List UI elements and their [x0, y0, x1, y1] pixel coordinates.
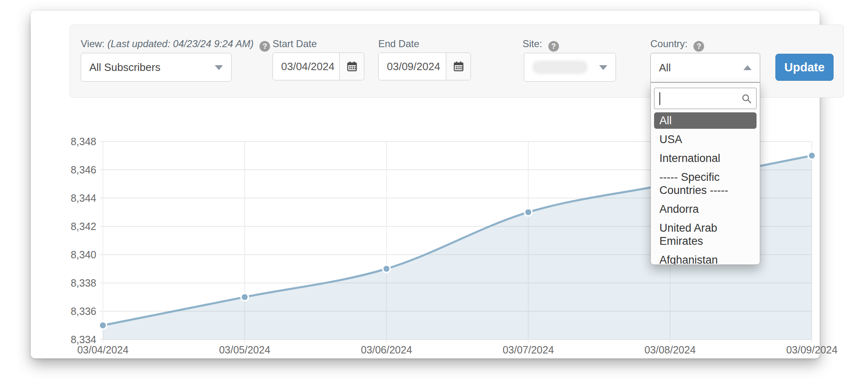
- main-card: 8,3348,3368,3388,3408,3428,3448,3468,348…: [31, 11, 820, 358]
- view-label-text: View:: [81, 38, 105, 49]
- country-dropdown-panel: AllUSAInternational----- Specific Countr…: [650, 82, 760, 265]
- dashboard-screen: 8,3348,3368,3388,3408,3428,3448,3468,348…: [0, 0, 868, 392]
- country-search-input[interactable]: [654, 88, 757, 109]
- end-date-input[interactable]: 03/09/2024: [379, 53, 446, 80]
- y-tick-label: 8,334: [70, 334, 96, 345]
- country-select[interactable]: All: [650, 53, 760, 82]
- start-date-label: Start Date: [273, 38, 317, 50]
- site-label-text: Site:: [523, 38, 542, 49]
- last-updated-text: (Last updated: 04/23/24 9:24 AM): [107, 38, 254, 49]
- search-icon: [741, 93, 752, 104]
- view-select[interactable]: All Subscribers: [81, 53, 232, 82]
- y-tick-label: 8,348: [70, 136, 96, 147]
- calendar-icon: [453, 61, 464, 72]
- x-tick-label: 03/08/2024: [644, 344, 695, 356]
- chevron-down-icon: [215, 65, 223, 70]
- redacted-site-value: [532, 61, 588, 74]
- y-tick-label: 8,342: [70, 221, 96, 232]
- country-option[interactable]: Afghanistan: [654, 252, 757, 265]
- x-tick-label: 03/04/2024: [77, 344, 128, 356]
- country-option[interactable]: United Arab Emirates: [654, 220, 757, 249]
- country-option[interactable]: All: [654, 112, 757, 129]
- calendar-icon: [346, 61, 358, 72]
- site-select[interactable]: [524, 53, 616, 82]
- data-point: [383, 265, 390, 273]
- country-select-value: All: [659, 62, 671, 74]
- country-option[interactable]: Andorra: [654, 201, 757, 217]
- data-point: [808, 152, 816, 160]
- view-select-value: All Subscribers: [89, 61, 160, 74]
- y-tick-label: 8,340: [70, 249, 96, 260]
- end-date-label-text: End Date: [378, 38, 419, 49]
- y-tick-label: 8,336: [70, 305, 96, 317]
- country-label-text: Country:: [650, 38, 688, 49]
- site-label: Site: ?: [523, 38, 559, 50]
- x-tick-label: 03/07/2024: [502, 344, 554, 356]
- chevron-down-icon: [599, 65, 607, 70]
- country-label: Country: ?: [650, 38, 704, 50]
- country-options-separator: ----- Specific Countries -----: [654, 169, 757, 198]
- data-point: [241, 294, 248, 301]
- view-label: View: (Last updated: 04/23/24 9:24 AM) ?: [81, 38, 270, 50]
- end-date-group: 03/09/2024: [378, 52, 471, 80]
- x-tick-label: 03/05/2024: [219, 344, 270, 356]
- chevron-up-icon: [743, 65, 752, 70]
- start-date-label-text: Start Date: [273, 38, 317, 49]
- start-date-group: 03/04/2024: [273, 52, 364, 80]
- y-tick-label: 8,344: [70, 192, 96, 204]
- end-date-label: End Date: [378, 38, 419, 50]
- y-tick-label: 8,346: [70, 164, 96, 175]
- x-tick-label: 03/06/2024: [361, 344, 412, 356]
- x-tick-label: 03/09/2024: [786, 344, 837, 356]
- country-option[interactable]: International: [654, 150, 757, 166]
- y-tick-label: 8,338: [70, 277, 96, 289]
- start-date-input[interactable]: 03/04/2024: [273, 53, 339, 80]
- country-options-list: AllUSAInternational----- Specific Countr…: [654, 112, 757, 265]
- end-date-calendar-button[interactable]: [446, 53, 470, 80]
- help-icon[interactable]: ?: [548, 41, 559, 52]
- start-date-calendar-button[interactable]: [339, 53, 364, 80]
- country-option[interactable]: USA: [654, 131, 757, 148]
- text-cursor: [659, 92, 660, 105]
- data-point: [525, 209, 532, 216]
- data-point: [99, 322, 107, 329]
- update-button[interactable]: Update: [775, 54, 834, 81]
